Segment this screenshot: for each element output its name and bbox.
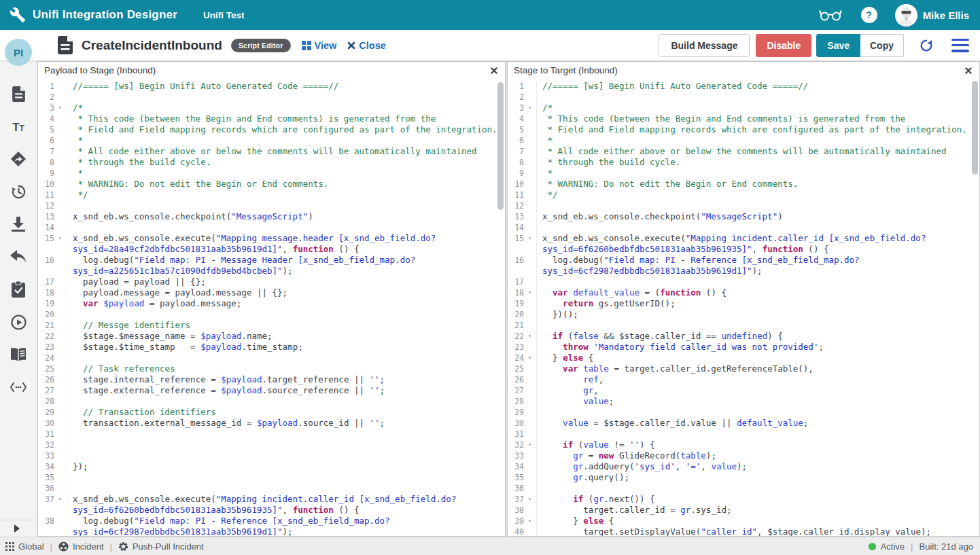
code-line[interactable]: 1//===== [ws] Begin Unifi Auto Generated… bbox=[38, 81, 505, 92]
code-line[interactable]: 7 * All code either above or below the c… bbox=[38, 146, 505, 157]
sidebar-item-code[interactable] bbox=[0, 372, 37, 405]
code-text[interactable]: stage.internal_reference = $payload.targ… bbox=[67, 374, 505, 385]
code-text[interactable]: * Field and Field mapping records which … bbox=[536, 124, 979, 135]
panel-close-icon[interactable] bbox=[489, 66, 499, 75]
code-text[interactable]: * Field and Field mapping records which … bbox=[67, 124, 505, 135]
fold-toggle-icon[interactable]: ▾ bbox=[524, 287, 536, 298]
code-text[interactable]: value; bbox=[536, 396, 979, 407]
code-text[interactable]: log.debug("Field map: PI - Reference [x_… bbox=[536, 255, 979, 276]
code-text[interactable]: // Transaction identifiers bbox=[67, 407, 505, 418]
code-text[interactable]: } else { bbox=[536, 516, 979, 526]
sidebar-item-run[interactable] bbox=[0, 307, 37, 340]
code-line[interactable]: 9 * bbox=[38, 168, 505, 179]
code-line[interactable]: 12 bbox=[508, 200, 979, 211]
code-line[interactable]: 16 log.debug("Field map: PI - Message He… bbox=[38, 255, 505, 276]
code-text[interactable]: if (gr.next()) { bbox=[536, 494, 979, 505]
code-text[interactable]: var $payload = payload.message; bbox=[67, 298, 505, 309]
code-line[interactable]: 2 bbox=[508, 92, 979, 103]
code-text[interactable]: if (value != '') { bbox=[536, 440, 979, 450]
code-text[interactable]: // Task references bbox=[67, 363, 505, 374]
sidebar-item-mappings[interactable] bbox=[0, 144, 37, 177]
code-line[interactable]: 28 value; bbox=[508, 396, 979, 407]
code-line[interactable]: 19 var $payload = payload.message; bbox=[38, 298, 505, 309]
code-line[interactable]: 32▾ if (value != '') { bbox=[508, 440, 979, 450]
code-line[interactable]: 36 bbox=[38, 483, 505, 494]
code-text[interactable] bbox=[536, 222, 979, 233]
code-text[interactable]: * This code (between the Begin and End c… bbox=[536, 113, 979, 124]
code-line[interactable]: 2 bbox=[38, 92, 505, 103]
code-line[interactable]: 31 bbox=[508, 429, 979, 440]
code-text[interactable]: gr.addQuery('sys_id', '=', value); bbox=[536, 461, 979, 472]
code-text[interactable]: * WARNING: Do not edit the Begin or End … bbox=[536, 179, 979, 190]
code-text[interactable]: * WARNING: Do not edit the Begin or End … bbox=[67, 179, 505, 190]
code-line[interactable]: 8 * through the build cycle. bbox=[38, 157, 505, 168]
code-text[interactable] bbox=[67, 222, 505, 233]
code-line[interactable]: 32 bbox=[38, 440, 505, 450]
code-text[interactable]: //===== [ws] Begin Unifi Auto Generated … bbox=[536, 81, 979, 92]
code-text[interactable] bbox=[67, 396, 505, 407]
code-line[interactable]: 28 bbox=[38, 396, 505, 407]
integration-link[interactable]: Incident bbox=[58, 541, 104, 552]
fold-toggle-icon[interactable]: ▾ bbox=[524, 440, 536, 450]
code-line[interactable]: 25 // Task references bbox=[38, 363, 505, 374]
code-line[interactable]: 25 var table = target.caller_id.getRefer… bbox=[508, 363, 979, 374]
code-line[interactable]: 15▾x_snd_eb.ws_console.execute("Mapping … bbox=[38, 233, 505, 255]
help-icon[interactable]: ? bbox=[861, 7, 877, 23]
sidebar-item-docs[interactable] bbox=[0, 340, 37, 372]
code-text[interactable]: x_snd_eb.ws_console.execute("Mapping mes… bbox=[67, 233, 505, 255]
build-message-button[interactable]: Build Message bbox=[659, 34, 750, 57]
integration-avatar[interactable]: PI bbox=[5, 39, 32, 66]
code-text[interactable]: log.debug("Field map: PI - Message Heade… bbox=[67, 255, 505, 276]
code-line[interactable]: 29 // Transaction identifiers bbox=[38, 407, 505, 418]
code-text[interactable] bbox=[67, 440, 505, 450]
code-text[interactable]: log.debug("Field map: PI - Reference [x_… bbox=[67, 516, 505, 536]
code-text[interactable]: gr.query(); bbox=[536, 472, 979, 483]
code-text[interactable] bbox=[67, 450, 505, 461]
code-text[interactable] bbox=[67, 92, 505, 103]
code-text[interactable]: payload = payload || {}; bbox=[67, 276, 505, 287]
code-text[interactable]: * bbox=[536, 168, 979, 179]
code-line[interactable]: 13x_snd_eb.ws_console.checkpoint("Messag… bbox=[38, 211, 505, 222]
code-text[interactable]: target.caller_id = gr.sys_id; bbox=[536, 505, 979, 516]
code-text[interactable] bbox=[67, 200, 505, 211]
fold-toggle-icon[interactable]: ▾ bbox=[524, 331, 536, 342]
code-line[interactable]: 17 bbox=[508, 276, 979, 287]
panel-close-icon[interactable] bbox=[964, 66, 973, 75]
process-link[interactable]: Push-Pull Incident bbox=[118, 541, 204, 552]
code-text[interactable] bbox=[67, 429, 505, 440]
code-editor[interactable]: 1//===== [ws] Begin Unifi Auto Generated… bbox=[38, 79, 505, 536]
code-line[interactable]: 27 stage.external_reference = $payload.s… bbox=[38, 385, 505, 396]
code-line[interactable]: 36 bbox=[508, 483, 979, 494]
code-line[interactable]: 9 * bbox=[508, 168, 979, 179]
scrollbar-thumb[interactable] bbox=[497, 82, 504, 210]
code-line[interactable]: 24 bbox=[38, 353, 505, 363]
code-text[interactable] bbox=[536, 200, 979, 211]
code-line[interactable]: 26 ref, bbox=[508, 374, 979, 385]
avatar[interactable] bbox=[895, 4, 917, 26]
code-text[interactable]: * bbox=[536, 135, 979, 146]
code-line[interactable]: 33 bbox=[38, 450, 505, 461]
code-line[interactable]: 10 * WARNING: Do not edit the Begin or E… bbox=[508, 179, 979, 190]
code-line[interactable]: 7 * All code either above or below the c… bbox=[508, 146, 979, 157]
fold-toggle-icon[interactable]: ▾ bbox=[524, 516, 536, 526]
code-text[interactable]: * bbox=[67, 168, 505, 179]
code-line[interactable]: 21 bbox=[508, 320, 979, 331]
sidebar-item-history[interactable] bbox=[0, 177, 37, 209]
code-line[interactable]: 17 payload = payload || {}; bbox=[38, 276, 505, 287]
code-line[interactable]: 19 return gs.getUserID(); bbox=[508, 298, 979, 309]
code-line[interactable]: 38 log.debug("Field map: PI - Reference … bbox=[38, 516, 505, 536]
code-line[interactable]: 4 * This code (between the Begin and End… bbox=[38, 113, 505, 124]
disable-button[interactable]: Disable bbox=[756, 34, 811, 57]
code-text[interactable] bbox=[536, 320, 979, 331]
code-editor[interactable]: 1//===== [ws] Begin Unifi Auto Generated… bbox=[508, 79, 979, 536]
code-line[interactable]: 18 payload.message = payload.message || … bbox=[38, 287, 505, 298]
code-text[interactable]: var table = target.caller_id.getReferenc… bbox=[536, 363, 979, 374]
code-text[interactable] bbox=[67, 483, 505, 494]
code-line[interactable]: 24▾ } else { bbox=[508, 353, 979, 363]
code-text[interactable]: } else { bbox=[536, 353, 979, 363]
glasses-icon[interactable] bbox=[818, 7, 843, 22]
fold-toggle-icon[interactable]: ▾ bbox=[524, 233, 536, 255]
fold-toggle-icon[interactable]: ▾ bbox=[54, 494, 66, 516]
code-text[interactable] bbox=[536, 429, 979, 440]
code-text[interactable]: gr = new GlideRecord(table); bbox=[536, 450, 979, 461]
